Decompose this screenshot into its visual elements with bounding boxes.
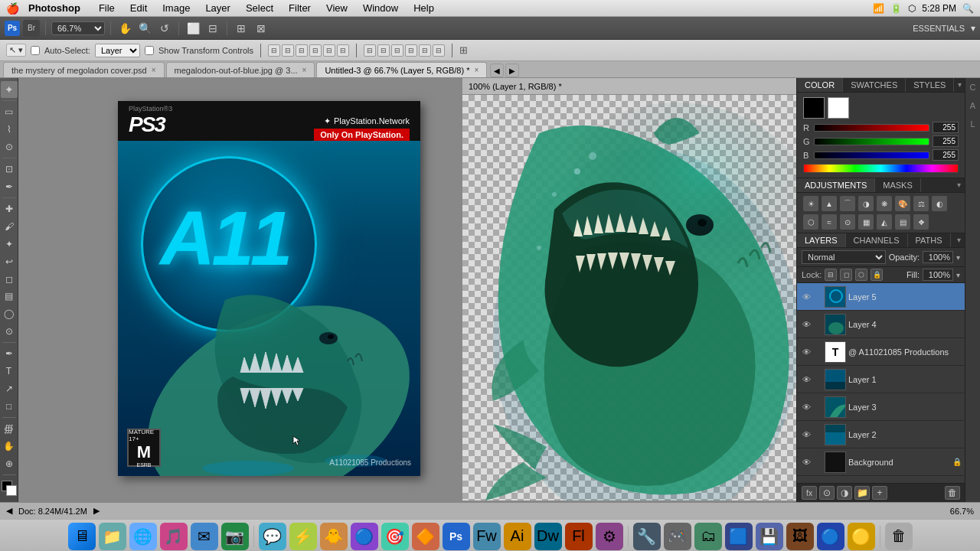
dist-right-btn[interactable]: ⊟ xyxy=(391,44,403,57)
curves-adj-btn[interactable]: ⌒ xyxy=(840,196,855,211)
shark-canvas[interactable] xyxy=(462,95,796,500)
gradient-tool[interactable]: ▤ xyxy=(1,288,18,305)
shape-tool[interactable]: □ xyxy=(1,398,18,415)
dock-app11[interactable]: 🔵 xyxy=(817,523,844,550)
move-tool-indicator[interactable]: ↖ ▾ xyxy=(6,44,26,57)
brush-tool[interactable]: 🖌 xyxy=(1,218,18,235)
adj-panel-icon[interactable]: A xyxy=(967,99,979,112)
tab-paths[interactable]: PATHS xyxy=(908,233,951,247)
hand-tool-btn[interactable]: ✋ xyxy=(116,20,133,37)
dock-mail[interactable]: ✉ xyxy=(191,523,218,550)
dock-app1[interactable]: 🔵 xyxy=(351,523,378,550)
status-arrow-left[interactable]: ◀ xyxy=(6,506,12,516)
dock-app2[interactable]: 🎯 xyxy=(381,523,409,550)
align-bottom-btn[interactable]: ⊟ xyxy=(337,44,349,57)
search-icon[interactable]: 🔍 xyxy=(962,3,974,14)
lock-all-btn[interactable]: 🔒 xyxy=(871,269,883,281)
tab-color[interactable]: COLOR xyxy=(797,78,843,92)
tab-megoladon-close[interactable]: × xyxy=(152,66,156,74)
tab-nav-prev[interactable]: ◀ xyxy=(490,64,504,77)
dock-dreamweaver[interactable]: Dw xyxy=(534,523,562,550)
tab-megoladon[interactable]: the mystery of megoladon cover.psd × xyxy=(3,62,165,77)
dock-trash[interactable]: 🗑 xyxy=(885,523,913,550)
dock-app6[interactable]: 🎮 xyxy=(664,523,691,550)
dock-safari[interactable]: 🌐 xyxy=(129,523,157,550)
dock-ichat[interactable]: 💬 xyxy=(259,523,286,550)
hand-tool[interactable]: ✋ xyxy=(1,438,18,455)
gradient-map-adj-btn[interactable]: ▤ xyxy=(895,214,910,230)
new-group-btn[interactable]: 📁 xyxy=(854,486,870,500)
path-select-tool[interactable]: ↗ xyxy=(1,380,18,397)
align-top-btn[interactable]: ⊟ xyxy=(309,44,322,57)
new-fill-layer-btn[interactable]: ◑ xyxy=(837,486,852,500)
tab-megalodon-out-close[interactable]: × xyxy=(302,66,307,74)
tab-nav-next[interactable]: ▶ xyxy=(505,64,519,77)
dock-app10[interactable]: 🖼 xyxy=(786,523,814,550)
arrange-icon[interactable]: ⊞ xyxy=(459,44,468,56)
layer-item-background[interactable]: 👁 Background 🔒 xyxy=(797,448,965,476)
lock-position-btn[interactable]: ⊟ xyxy=(825,269,837,281)
lock-image-btn[interactable]: ⬡ xyxy=(855,269,867,281)
layers-panel-close[interactable]: ▾ xyxy=(952,233,965,246)
dodge-tool[interactable]: ⊙ xyxy=(1,323,18,340)
fill-input[interactable] xyxy=(923,269,953,281)
color-swatch[interactable] xyxy=(2,481,17,496)
dock-app5[interactable]: 🔧 xyxy=(633,523,661,550)
align-center-v-btn[interactable]: ⊟ xyxy=(323,44,335,57)
dock-itunes[interactable]: 🎵 xyxy=(160,523,188,550)
brightness-adj-btn[interactable]: ☀ xyxy=(803,196,818,211)
menu-edit[interactable]: Edit xyxy=(124,1,153,15)
layer3-visibility[interactable]: 👁 xyxy=(800,401,812,413)
posterize-adj-btn[interactable]: ▦ xyxy=(858,214,874,230)
dock-app4[interactable]: ⚙ xyxy=(596,523,623,550)
auto-select-checkbox[interactable] xyxy=(31,46,40,55)
menu-image[interactable]: Image xyxy=(156,1,196,15)
dock-adium[interactable]: ⚡ xyxy=(289,523,317,550)
layer-item-layer4[interactable]: 👁 Layer 4 xyxy=(797,311,965,338)
dist-bottom-btn[interactable]: ⊟ xyxy=(433,44,445,57)
dist-center-v-btn[interactable]: ⊟ xyxy=(419,44,431,57)
view-mode-btn-2[interactable]: ⊟ xyxy=(204,20,221,37)
rotate-tool-btn[interactable]: ↺ xyxy=(156,20,173,37)
r-slider[interactable] xyxy=(814,124,929,132)
layer-fx-btn[interactable]: fx xyxy=(802,486,817,500)
dock-app3[interactable]: 🔶 xyxy=(412,523,439,550)
layer-item-layer1[interactable]: 👁 Layer 1 xyxy=(797,366,965,393)
align-left-btn[interactable]: ⊟ xyxy=(268,44,280,57)
arrange-btn[interactable]: ⊞ xyxy=(233,20,250,37)
eraser-tool[interactable]: ◻ xyxy=(1,271,18,288)
dock-finder[interactable]: 🖥 xyxy=(68,523,96,550)
layers-panel-icon[interactable]: L xyxy=(967,118,979,130)
zoom-tool-btn[interactable]: 🔍 xyxy=(136,20,153,37)
align-center-h-btn[interactable]: ⊟ xyxy=(282,44,294,57)
workspace-arrow[interactable]: ▾ xyxy=(971,23,975,34)
eyedropper-tool[interactable]: ✒ xyxy=(1,178,18,195)
menu-select[interactable]: Select xyxy=(240,1,279,15)
zoom-select[interactable]: 66.7% 50% 100% 200% xyxy=(51,21,105,35)
tab-layers[interactable]: LAYERS xyxy=(797,233,846,247)
r-value-input[interactable] xyxy=(933,122,959,133)
fg-color-swatch[interactable] xyxy=(803,97,825,119)
dock-app9[interactable]: 💾 xyxy=(756,523,783,550)
marquee-tool[interactable]: ▭ xyxy=(1,103,18,120)
photo-filter-adj-btn[interactable]: ⬡ xyxy=(803,214,818,230)
pen-tool[interactable]: ✒ xyxy=(1,345,18,362)
channel-mix-adj-btn[interactable]: ≈ xyxy=(822,214,837,230)
menu-window[interactable]: Window xyxy=(357,1,404,15)
layer-item-layer3[interactable]: 👁 Layer 3 xyxy=(797,393,965,421)
dock-app12[interactable]: 🟡 xyxy=(848,523,875,550)
new-layer-btn[interactable]: + xyxy=(872,486,887,500)
delete-layer-btn[interactable]: 🗑 xyxy=(945,486,960,500)
color-balance-adj-btn[interactable]: ⚖ xyxy=(913,196,929,211)
color-panel-close[interactable]: ▾ xyxy=(954,78,965,90)
invert-adj-btn[interactable]: ⊙ xyxy=(840,214,855,230)
vibrance-adj-btn[interactable]: ❋ xyxy=(877,196,892,211)
b-slider[interactable] xyxy=(814,152,929,159)
layer-item-text[interactable]: 👁 T @ A11021085 Productions xyxy=(797,338,965,366)
layer5-visibility[interactable]: 👁 xyxy=(800,291,812,303)
menu-help[interactable]: Help xyxy=(407,1,440,15)
g-slider[interactable] xyxy=(814,138,929,145)
blur-tool[interactable]: ◯ xyxy=(1,305,18,322)
bw-adj-btn[interactable]: ◐ xyxy=(932,196,947,211)
add-mask-btn[interactable]: ⊙ xyxy=(819,486,835,500)
